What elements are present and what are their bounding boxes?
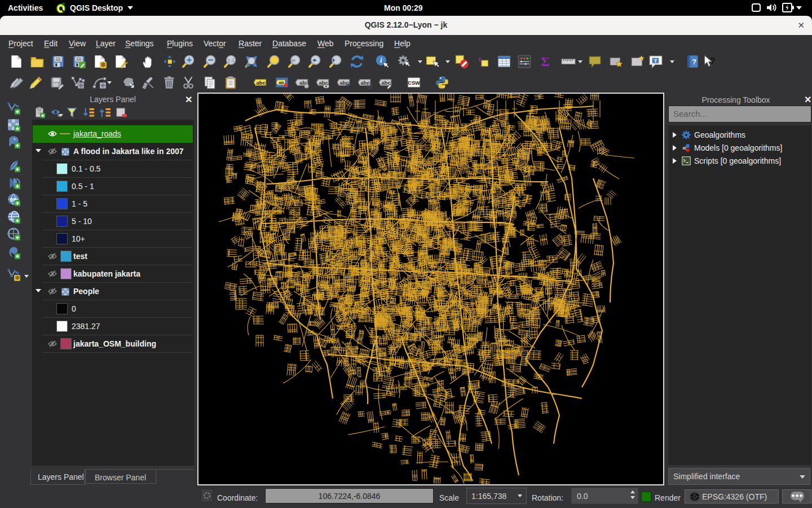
svg-text:1:1: 1:1: [227, 58, 235, 63]
svg-text:?: ?: [692, 58, 696, 66]
svg-text:T: T: [654, 58, 657, 64]
svg-text:i: i: [380, 56, 382, 64]
svg-text:Σ: Σ: [541, 54, 550, 69]
svg-text:✱: ✱: [100, 61, 106, 69]
svg-text:abc: abc: [256, 80, 266, 86]
svg-text:abc: abc: [360, 80, 370, 86]
svg-text:?: ?: [709, 56, 715, 66]
svg-text:ab: ab: [279, 80, 284, 85]
svg-text:CSW: CSW: [408, 80, 420, 86]
svg-text:✱: ✱: [15, 274, 20, 281]
svg-text:abc: abc: [381, 80, 391, 86]
